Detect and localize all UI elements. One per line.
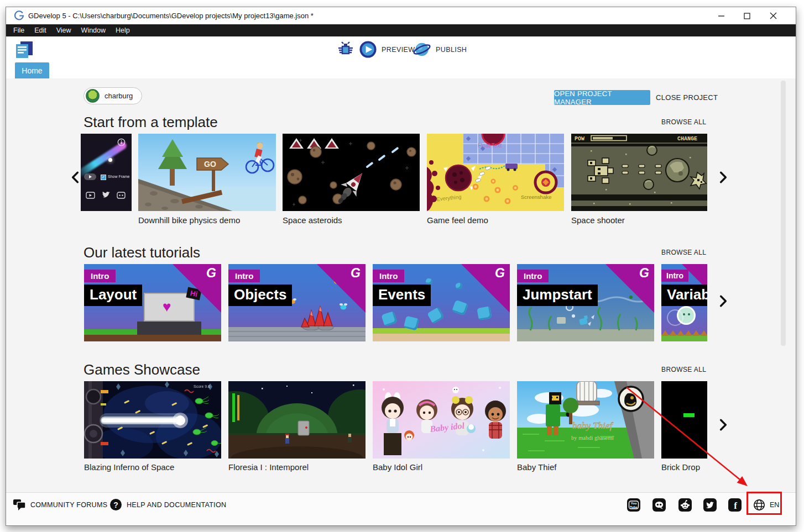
gdevelop-logo-icon <box>14 10 24 21</box>
crab-sprite <box>477 306 492 320</box>
showcase-card-brickdrop[interactable] <box>661 381 707 459</box>
app-window: GDevelop 5 - C:\Users\charburg\Documents… <box>6 7 796 526</box>
crab-sprite <box>452 300 468 316</box>
minimize-button[interactable] <box>708 7 734 24</box>
template-card-gamefeel[interactable]: Float Text Everything Screenshake <box>427 134 564 211</box>
close-project-button[interactable]: CLOSE PROJECT <box>656 90 718 105</box>
maximize-icon <box>744 13 750 19</box>
close-button[interactable] <box>760 7 786 24</box>
discord-icon[interactable] <box>652 498 666 512</box>
menu-help[interactable]: Help <box>111 24 135 36</box>
intro-badge: Intro <box>84 270 116 282</box>
go-sign-text: GO <box>204 160 216 168</box>
section-title-tutorials: Our latest tutorials <box>83 244 200 261</box>
close-icon <box>770 12 777 19</box>
show-frame-checkbox[interactable]: ✓ <box>101 175 106 180</box>
comet-head <box>108 158 112 162</box>
browse-all-showcase[interactable]: BROWSE ALL <box>661 366 706 373</box>
template-card-preview[interactable]: ✓ Show Frame <box>81 134 132 211</box>
showcase-card-blazing[interactable]: Score 9.6 <box>84 381 221 459</box>
ground-spikes <box>661 330 707 336</box>
template-label[interactable]: Space asteroids <box>283 215 342 225</box>
menu-view[interactable]: View <box>51 24 76 36</box>
username: charburg <box>105 92 133 100</box>
ghost-echo <box>667 309 683 326</box>
minimize-icon <box>718 12 725 19</box>
showcase-label[interactable]: Floresia I : Intemporel <box>228 462 309 472</box>
section-title-showcase: Games Showcase <box>83 361 200 378</box>
publish-button[interactable]: PUBLISH <box>413 40 467 59</box>
user-chip[interactable]: charburg <box>83 87 142 104</box>
tab-bar: Home <box>6 62 796 78</box>
screenshake-text: Screenshake <box>521 194 551 200</box>
showcase-label[interactable]: Baby Thief <box>517 462 556 472</box>
screen: GDevelop 5 - C:\Users\charburg\Documents… <box>0 0 804 532</box>
menu-bar: File Edit View Window Help <box>6 24 796 36</box>
showcase-card-floresia[interactable] <box>228 381 366 459</box>
facebook-icon[interactable]: f <box>728 498 742 512</box>
intro-badge: Intro <box>228 270 260 282</box>
showcase-card-babythief[interactable]: baby Thief by mahdi ghasemi <box>517 381 654 459</box>
carousel-right-icon-templates[interactable] <box>716 167 730 187</box>
menu-edit[interactable]: Edit <box>29 24 51 36</box>
svg-text:f: f <box>734 501 737 511</box>
carousel-right-icon-tutorials[interactable] <box>716 291 730 311</box>
template-card-bike[interactable]: GO <box>138 134 276 211</box>
template-label[interactable]: Space shooter <box>571 215 625 225</box>
help-documentation-link[interactable]: HELP AND DOCUMENTATION <box>127 498 226 512</box>
show-frame-label: Show Frame <box>108 175 130 178</box>
tutorial-card-events[interactable]: G Intro Events <box>373 264 510 341</box>
preview-button[interactable]: PREVIEW <box>359 40 415 59</box>
menu-window[interactable]: Window <box>76 24 111 36</box>
project-manager-icon[interactable] <box>14 40 35 59</box>
showcase-card-babyidol[interactable]: Baby idol <box>373 381 510 459</box>
community-forums-link[interactable]: COMMUNITY FORUMS <box>30 498 107 512</box>
twitter-icon[interactable] <box>703 498 717 512</box>
heart-icon: ♥ <box>163 298 171 315</box>
tutorial-card-layout[interactable]: ♥ Hi G Intro Layout <box>84 264 221 341</box>
open-project-manager-button[interactable]: OPEN PROJECT MANAGER <box>554 90 650 105</box>
help-icon: ? <box>110 499 122 510</box>
bike-thumbnail: GO <box>138 134 276 211</box>
crab-sprite <box>381 311 398 326</box>
debugger-icon[interactable] <box>337 41 354 59</box>
reddit-icon[interactable] <box>678 498 692 512</box>
tutorial-card-variables[interactable]: +1 Intro Variab <box>661 264 707 341</box>
score-text: Score 9.6 <box>194 384 210 388</box>
browse-all-tutorials[interactable]: BROWSE ALL <box>661 249 706 256</box>
pow-text: POW <box>575 136 584 142</box>
template-label[interactable]: Game feel demo <box>427 215 488 225</box>
babythief-thumbnail: baby Thief by mahdi ghasemi <box>517 381 654 459</box>
publish-label: PUBLISH <box>436 46 467 54</box>
maximize-button[interactable] <box>734 7 760 24</box>
crab-sprite <box>455 282 463 290</box>
showcase-label[interactable]: Baby Idol Girl <box>373 462 422 472</box>
title-bar[interactable]: GDevelop 5 - C:\Users\charburg\Documents… <box>6 7 796 24</box>
tab-home[interactable]: Home <box>15 62 49 78</box>
browse-all-templates[interactable]: BROWSE ALL <box>661 118 706 126</box>
template-label[interactable]: Downhill bike physics demo <box>138 215 240 225</box>
gdevelop-corner-logo: G <box>351 266 361 281</box>
tutorial-card-jumpstart[interactable]: G Intro Jumpstart <box>517 264 654 341</box>
tutorial-title: Layout <box>84 285 142 306</box>
section-title-templates: Start from a template <box>83 114 218 131</box>
youtube-icon[interactable]: You Tube <box>627 498 640 512</box>
carousel-right-icon-showcase[interactable] <box>716 415 730 435</box>
mini-play-button[interactable] <box>84 173 96 180</box>
annotation-highlight-box <box>746 492 782 515</box>
shooter-thumbnail: POW CHANGE <box>571 134 707 211</box>
menu-file[interactable]: File <box>8 24 29 36</box>
showcase-label[interactable]: Brick Drop <box>661 462 700 472</box>
gdevelop-corner-logo: G <box>206 266 216 281</box>
footer <box>6 492 796 525</box>
publish-globe-icon <box>413 40 431 59</box>
tutorial-card-objects[interactable]: G Intro Objects <box>228 264 366 341</box>
gdevelop-corner-logo: G <box>495 266 505 281</box>
sand-strip <box>373 334 510 341</box>
showcase-label[interactable]: Blazing Inferno of Space <box>84 462 174 472</box>
info-icon[interactable] <box>117 138 126 146</box>
vertical-scrollbar[interactable] <box>781 81 786 346</box>
template-card-asteroids[interactable] <box>283 134 420 211</box>
grass-strip <box>373 328 510 334</box>
template-card-shooter[interactable]: POW CHANGE <box>571 134 707 211</box>
